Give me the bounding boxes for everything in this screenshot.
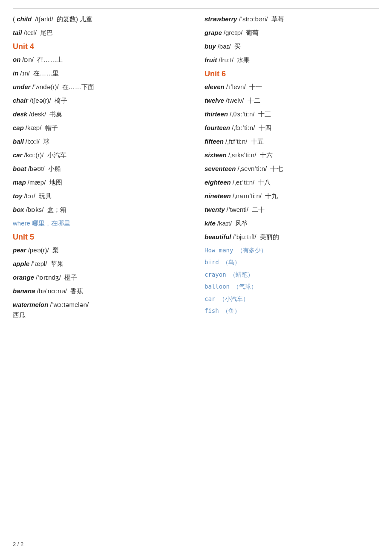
chinese: 盒；箱 — [45, 206, 66, 213]
entry: box/bɒks/ 盒；箱 — [13, 205, 187, 215]
entry: beautiful/ˈbjuːtɪfl/ 美丽的 — [205, 232, 379, 242]
entry: buy/baɪ/ 买 — [205, 41, 379, 52]
phonetic: /twelv/ — [226, 97, 244, 104]
entry: balloon （气球） — [205, 282, 379, 291]
right-column: strawberry/ˈstrɔːbəri/ 草莓grape/greɪp/ 葡萄… — [196, 14, 379, 324]
word: orange — [13, 274, 34, 281]
chinese: 苹果 — [49, 260, 63, 267]
entry: seventeen/ˌsevnˈtiːn/ 十七 — [205, 164, 379, 174]
chinese: 风筝 — [233, 220, 248, 227]
chinese: 球 — [41, 138, 49, 145]
phonetic: /ɪn/ — [20, 69, 30, 77]
chinese: 十六 — [258, 151, 272, 159]
phonetic: /ɒn/ — [22, 56, 34, 63]
phonetic: /ˈɒrɪndʒ/ — [36, 274, 61, 281]
word: seventeen — [205, 165, 236, 172]
chinese: 美丽的 — [258, 233, 279, 240]
chinese: 地图 — [47, 179, 62, 186]
phonetic: /tʃarld/ — [33, 15, 55, 23]
word: desk — [13, 110, 27, 118]
chinese: 小汽车 — [45, 151, 66, 159]
phonetic: /kaɪt/ — [217, 220, 232, 227]
phonetic: /peə(r)/ — [28, 246, 49, 254]
chinese: 二十 — [250, 206, 265, 213]
entry: fourteen/ˌfɔːˈtiːn/ 十四 — [205, 123, 379, 133]
entry: apple/ˈæpl/ 苹果 — [13, 259, 187, 269]
chinese: 书桌 — [48, 110, 62, 118]
top-divider — [13, 9, 379, 9]
chinese: 十四 — [257, 124, 271, 131]
page: ( child /tʃarld/ 的复数) 儿童tail/teɪl/ 尾巴Uni… — [0, 0, 392, 555]
phonetic: /teɪl/ — [24, 29, 37, 36]
entry: ( child /tʃarld/ 的复数) 儿童 — [13, 14, 187, 24]
chinese: 十五 — [249, 138, 264, 145]
entry: twenty/ˈtwenti/ 二十 — [205, 205, 379, 215]
word: fourteen — [205, 124, 230, 131]
word: thirteen — [205, 110, 228, 118]
phonetic: /ɪˈlevn/ — [226, 83, 246, 90]
entry: fifteen/ˌfɪfˈtiːn/ 十五 — [205, 136, 379, 147]
word: nineteen — [205, 192, 231, 199]
page-number: 2 / 2 — [13, 541, 23, 547]
chinese: 葡萄 — [244, 29, 259, 36]
word: beautiful — [205, 233, 231, 240]
main-columns: ( child /tʃarld/ 的复数) 儿童tail/teɪl/ 尾巴Uni… — [13, 14, 379, 324]
chinese: 玩具 — [37, 192, 52, 199]
word: tail — [13, 29, 22, 36]
entry: Unit 6 — [205, 69, 379, 78]
word: boat — [13, 165, 26, 172]
phonetic: /tʃeə(r)/ — [30, 97, 51, 104]
entry: grape/greɪp/ 葡萄 — [205, 28, 379, 38]
word: twelve — [205, 97, 224, 104]
entry: bird （鸟） — [205, 257, 379, 267]
chinese: 买 — [233, 43, 241, 50]
phonetic: /ˌfɔːˈtiːn/ — [232, 124, 255, 131]
chinese: 在……里 — [32, 69, 59, 77]
phonetic: /ˌsevnˈtiːn/ — [237, 165, 267, 172]
word: car — [13, 151, 23, 159]
chinese: 十八 — [256, 179, 271, 186]
word: toy — [13, 192, 23, 199]
word: strawberry — [205, 15, 237, 23]
entry: toy/tɔɪ/ 玩具 — [13, 191, 187, 201]
word: ball — [13, 138, 24, 145]
word: apple — [13, 260, 29, 267]
entry: tail/teɪl/ 尾巴 — [13, 28, 187, 38]
entry: How many （有多少） — [205, 246, 379, 255]
entry: watermelon/ˈwɔːtəmelən/西瓜 — [13, 300, 187, 320]
word: chair — [13, 97, 28, 104]
word: child — [17, 15, 32, 23]
word: twenty — [205, 206, 225, 213]
entry: pear/peə(r)/ 梨 — [13, 245, 187, 255]
entry: desk/desk/ 书桌 — [13, 109, 187, 119]
word: grape — [205, 29, 222, 36]
phonetic: /ˌsɪksˈtiːn/ — [228, 151, 257, 159]
left-column: ( child /tʃarld/ 的复数) 儿童tail/teɪl/ 尾巴Uni… — [13, 14, 196, 324]
word: buy — [205, 43, 216, 50]
chinese: 帽子 — [43, 124, 58, 131]
entry: twelve/twelv/ 十二 — [205, 95, 379, 106]
entry: ball/bɔːl/ 球 — [13, 136, 187, 147]
word: kite — [205, 220, 216, 227]
entry: crayon （蜡笔） — [205, 270, 379, 279]
phonetic: /ˌθɜːˈtiːn/ — [230, 110, 255, 118]
phonetic: /kæp/ — [26, 124, 42, 131]
entry: Unit 5 — [13, 233, 187, 242]
phonetic: /baɪ/ — [218, 43, 231, 50]
word: under — [13, 83, 31, 90]
phonetic: /bəˈnɑːnə/ — [37, 287, 67, 295]
entry: eleven/ɪˈlevn/ 十一 — [205, 82, 379, 92]
entry: eighteen/ˌeɪˈtiːn/ 十八 — [205, 177, 379, 188]
chinese: 橙子 — [63, 274, 77, 281]
word: sixteen — [205, 151, 227, 159]
phonetic: /ˈæpl/ — [31, 260, 47, 267]
chinese: 小船 — [46, 165, 61, 172]
phonetic: /ˌfɪfˈtiːn/ — [225, 138, 248, 145]
entry: chair/tʃeə(r)/ 椅子 — [13, 95, 187, 106]
word: in — [13, 69, 18, 77]
phonetic: /ˈbjuːtɪfl/ — [233, 233, 257, 240]
chinese: 十一 — [248, 83, 262, 90]
phonetic: /bɔːl/ — [26, 138, 40, 145]
chinese: 梨 — [51, 246, 59, 254]
phonetic: /ˈwɔːtəmelən/ — [50, 301, 89, 308]
